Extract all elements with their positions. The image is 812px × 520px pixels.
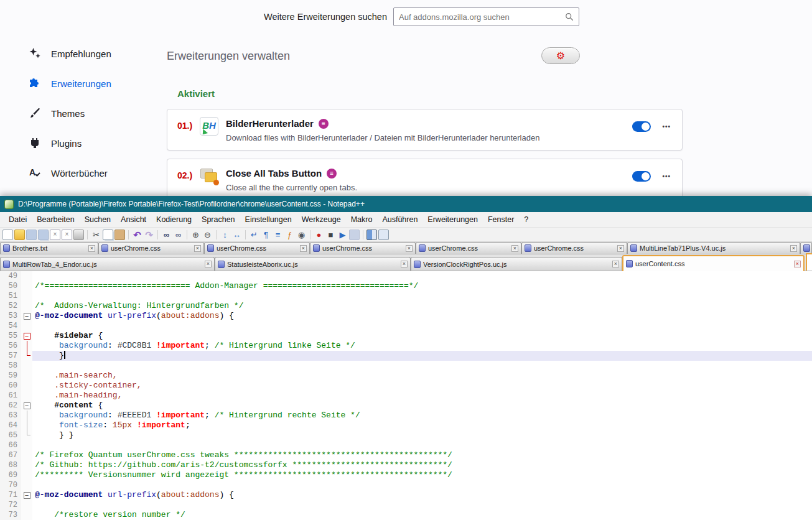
tab-T[interactable]: T× xyxy=(800,242,812,254)
replace-icon[interactable]: ∞ xyxy=(173,230,184,240)
menu-erweiterungen[interactable]: Erweiterungen xyxy=(422,212,483,227)
editor-line-54[interactable]: 54 xyxy=(0,321,812,331)
zoom-out-icon[interactable]: ⊖ xyxy=(202,230,213,240)
tab-VersionClockRightPos.uc.js[interactable]: VersionClockRightPos.uc.js× xyxy=(411,257,622,271)
tab-userContent.css[interactable]: userContent.css× xyxy=(622,255,805,271)
editor-line-50[interactable]: 50/*============================== Addon… xyxy=(0,281,812,291)
tools-for-all-addons-button[interactable]: ⚙ xyxy=(541,47,580,64)
undo-icon[interactable]: ↶ xyxy=(132,230,142,240)
redo-icon[interactable]: ↷ xyxy=(144,230,154,240)
editor-line-70[interactable]: 70 xyxy=(0,480,812,490)
tab-MultiRowTab_4_Endor.uc.js[interactable]: MultiRowTab_4_Endor.uc.js× xyxy=(0,257,215,271)
editor-line-56[interactable]: 56 background: #CDC8B1 !important; /* Hi… xyxy=(0,341,812,351)
menu-sprachen[interactable]: Sprachen xyxy=(197,212,240,227)
sync-scroll-h-icon[interactable]: ↔ xyxy=(231,230,242,240)
fold-marker[interactable]: − xyxy=(24,492,30,499)
code-editor[interactable]: 4950/*============================== Add… xyxy=(0,271,812,520)
close-tab-icon[interactable]: × xyxy=(511,245,518,252)
tab-userChrome.css[interactable]: userChrome.css× xyxy=(310,242,416,254)
editor-line-64[interactable]: 64 font-size: 15px !important; xyxy=(0,420,812,430)
record-macro-icon[interactable]: ● xyxy=(314,230,324,240)
menu-datei[interactable]: Datei xyxy=(4,212,32,227)
editor-line-55[interactable]: 55− #sidebar { xyxy=(0,331,812,341)
save-icon[interactable] xyxy=(26,230,37,240)
tab-userChrome.css[interactable]: userChrome.css× xyxy=(204,242,310,254)
copy-icon[interactable] xyxy=(103,230,113,240)
editor-line-67[interactable]: 67/* Firefox Quantum userChrome.css twea… xyxy=(0,450,812,460)
menu-einstellungen[interactable]: Einstellungen xyxy=(240,212,297,227)
zoom-in-icon[interactable]: ⊕ xyxy=(190,230,201,240)
menu-fenster[interactable]: Fenster xyxy=(483,212,519,227)
tab-Brothers.txt[interactable]: Brothers.txt× xyxy=(0,242,98,254)
print-icon[interactable] xyxy=(73,230,84,240)
fold-marker[interactable]: − xyxy=(24,402,30,409)
editor-line-49[interactable]: 49 xyxy=(0,271,812,281)
save-macro-icon[interactable] xyxy=(349,230,360,240)
menu-ansicht[interactable]: Ansicht xyxy=(116,212,151,227)
close-tab-icon[interactable]: × xyxy=(612,261,619,267)
close-all-icon[interactable]: × xyxy=(62,230,72,240)
extension-toggle[interactable] xyxy=(632,171,651,182)
paste-icon[interactable] xyxy=(114,230,125,240)
new-file-icon[interactable] xyxy=(2,230,13,240)
more-options-button[interactable]: ••• xyxy=(661,170,672,182)
save-all-icon[interactable] xyxy=(38,230,49,240)
extension-name[interactable]: Close All Tabs Button xyxy=(226,168,322,179)
editor-line-58[interactable]: 58 xyxy=(0,361,812,371)
stop-macro-icon[interactable]: ■ xyxy=(325,230,336,240)
close-tab-icon[interactable]: × xyxy=(300,245,307,252)
fold-marker[interactable]: − xyxy=(24,313,30,320)
close-tab-icon[interactable]: × xyxy=(88,245,95,252)
window-title-bar[interactable]: D:\Programme (Portable)\Firefox Portable… xyxy=(0,196,812,212)
editor-line-57[interactable]: 57 } xyxy=(0,351,812,361)
editor-line-51[interactable]: 51 xyxy=(0,291,812,301)
doc-map-icon[interactable] xyxy=(366,230,377,240)
addons-search-box[interactable] xyxy=(393,7,579,26)
indent-guide-icon[interactable]: ≡ xyxy=(273,230,283,240)
find-icon[interactable]: ∞ xyxy=(161,230,172,240)
sidebar-item-themes[interactable]: Themes xyxy=(0,98,167,128)
sidebar-item-plugins[interactable]: Plugins xyxy=(0,128,167,158)
sidebar-item-recommendations[interactable]: Empfehlungen xyxy=(0,39,167,68)
extension-toggle[interactable] xyxy=(632,121,651,132)
editor-line-53[interactable]: 53−@-moz-document url-prefix(about:addon… xyxy=(0,311,812,321)
tab-userChrome.css[interactable]: userChrome.css× xyxy=(521,242,627,254)
menu-suchen[interactable]: Suchen xyxy=(80,212,116,227)
editor-line-63[interactable]: 63 background: #EEEED1 !important; /* Hi… xyxy=(0,411,812,420)
editor-line-65[interactable]: 65 } } xyxy=(0,430,812,440)
menu-bearbeiten[interactable]: Bearbeiten xyxy=(32,212,79,227)
word-wrap-icon[interactable]: ↵ xyxy=(249,230,259,240)
menu-makro[interactable]: Makro xyxy=(346,212,378,227)
tab-userChrome.css[interactable]: userChrome.css× xyxy=(98,242,204,254)
editor-line-68[interactable]: 68/* Github: https://github.com/aris-t2/… xyxy=(0,460,812,470)
function-list-icon[interactable]: ƒ xyxy=(284,230,295,240)
editor-line-72[interactable]: 72 xyxy=(0,500,812,510)
editor-line-60[interactable]: 60 .sticky-container, xyxy=(0,381,812,391)
editor-line-52[interactable]: 52/* Addons-Verwaltung: Hintergrundfarbe… xyxy=(0,301,812,311)
editor-line-66[interactable]: 66 xyxy=(0,440,812,450)
open-folder-icon[interactable] xyxy=(14,230,25,240)
tab-StatusleisteAborix.uc.js[interactable]: StatusleisteAborix.uc.js× xyxy=(215,257,411,271)
show-all-characters-icon[interactable]: ¶ xyxy=(261,230,271,240)
menu-kodierung[interactable]: Kodierung xyxy=(151,212,197,227)
menu-help[interactable]: ? xyxy=(519,212,533,227)
more-options-button[interactable]: ••• xyxy=(661,121,672,132)
close-tab-icon[interactable]: × xyxy=(194,245,201,252)
editor-line-71[interactable]: 71−@-moz-document url-prefix(about:addon… xyxy=(0,490,812,500)
doc-switcher-icon[interactable] xyxy=(378,230,389,240)
close-tab-icon[interactable]: × xyxy=(617,245,624,252)
tab-MultiLineTab71Plus-V4.uc.js[interactable]: MultiLineTab71Plus-V4.uc.js× xyxy=(627,242,800,254)
editor-line-59[interactable]: 59 .main-search, xyxy=(0,371,812,381)
close-tab-icon[interactable]: × xyxy=(790,245,797,252)
close-tab-icon[interactable]: × xyxy=(401,261,408,267)
fold-marker[interactable]: − xyxy=(24,333,30,340)
editor-line-61[interactable]: 61 .main-heading, xyxy=(0,391,812,401)
monitoring-icon[interactable]: ◉ xyxy=(296,230,307,240)
addons-search-input[interactable] xyxy=(394,12,565,22)
close-icon[interactable]: × xyxy=(50,230,60,240)
close-tab-icon[interactable]: × xyxy=(205,261,212,267)
sidebar-item-extensions[interactable]: Erweiterungen xyxy=(0,68,167,98)
close-tab-icon[interactable]: × xyxy=(794,261,801,267)
editor-line-62[interactable]: 62− #content { xyxy=(0,401,812,411)
editor-line-69[interactable]: 69/********* Versionsnummer wird angezei… xyxy=(0,470,812,480)
